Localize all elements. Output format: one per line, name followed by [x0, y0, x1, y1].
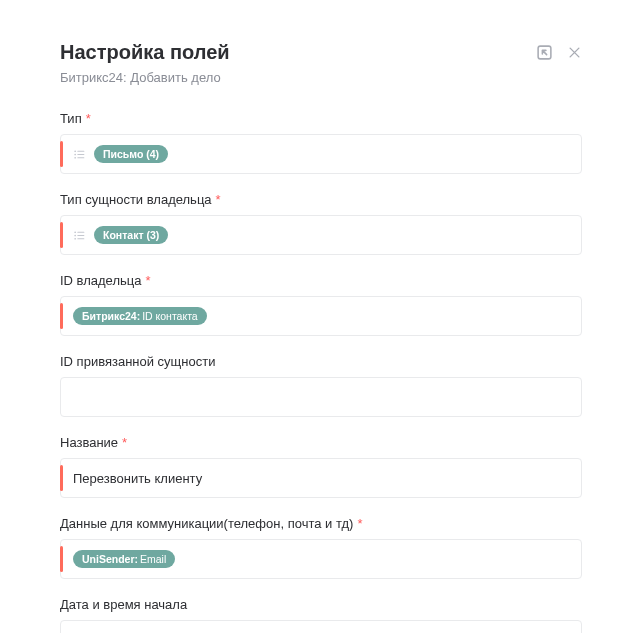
pill-value: Email: [140, 553, 166, 565]
name-input[interactable]: [60, 458, 582, 498]
svg-rect-2: [77, 150, 84, 151]
start-datetime-input[interactable]: [60, 620, 582, 633]
label-text: Данные для коммуникации(телефон, почта и…: [60, 516, 353, 531]
label-text: ID привязанной сущности: [60, 354, 215, 369]
page-subtitle: Битрикс24: Добавить дело: [60, 70, 582, 85]
type-pill[interactable]: Письмо (4): [94, 145, 168, 163]
pill-source: UniSender:: [82, 553, 138, 565]
svg-point-5: [74, 156, 76, 158]
label-text: ID владельца: [60, 273, 141, 288]
required-asterisk: *: [216, 192, 221, 207]
field-name: Название *: [60, 435, 582, 498]
label-text: Тип сущности владельца: [60, 192, 212, 207]
label-text: Тип: [60, 111, 82, 126]
list-icon: [73, 148, 86, 161]
bound-entity-id-text[interactable]: [71, 390, 571, 405]
field-label: Название *: [60, 435, 582, 450]
label-text: Дата и время начала: [60, 597, 187, 612]
type-input[interactable]: Письмо (4): [60, 134, 582, 174]
field-comm-data: Данные для коммуникации(телефон, почта и…: [60, 516, 582, 579]
field-label: ID владельца *: [60, 273, 582, 288]
expand-icon[interactable]: [536, 44, 553, 61]
pill-value: ID контакта: [142, 310, 198, 322]
close-icon[interactable]: [567, 45, 582, 60]
field-label: Данные для коммуникации(телефон, почта и…: [60, 516, 582, 531]
comm-data-input[interactable]: UniSender: Email: [60, 539, 582, 579]
svg-point-1: [74, 150, 76, 152]
field-owner-id: ID владельца * Битрикс24: ID контакта: [60, 273, 582, 336]
field-bound-entity-id: ID привязанной сущности: [60, 354, 582, 417]
comm-data-pill[interactable]: UniSender: Email: [73, 550, 175, 568]
bound-entity-id-input[interactable]: [60, 377, 582, 417]
svg-rect-4: [77, 153, 84, 154]
required-asterisk: *: [122, 435, 127, 450]
field-start-datetime: Дата и время начала: [60, 597, 582, 633]
field-owner-entity-type: Тип сущности владельца * Контакт (3): [60, 192, 582, 255]
field-label: Тип *: [60, 111, 582, 126]
required-asterisk: *: [357, 516, 362, 531]
header-actions: [536, 44, 582, 61]
svg-point-9: [74, 234, 76, 236]
field-label: ID привязанной сущности: [60, 354, 582, 369]
required-asterisk: *: [86, 111, 91, 126]
owner-entity-type-input[interactable]: Контакт (3): [60, 215, 582, 255]
pill-source: Битрикс24:: [82, 310, 140, 322]
field-type: Тип * Письмо (4): [60, 111, 582, 174]
field-label: Дата и время начала: [60, 597, 582, 612]
svg-point-11: [74, 237, 76, 239]
owner-id-input[interactable]: Битрикс24: ID контакта: [60, 296, 582, 336]
svg-rect-6: [77, 157, 84, 158]
required-asterisk: *: [145, 273, 150, 288]
svg-point-3: [74, 153, 76, 155]
label-text: Название: [60, 435, 118, 450]
list-icon: [73, 229, 86, 242]
page-title: Настройка полей: [60, 40, 230, 64]
owner-id-pill[interactable]: Битрикс24: ID контакта: [73, 307, 207, 325]
owner-entity-type-pill[interactable]: Контакт (3): [94, 226, 168, 244]
svg-rect-12: [77, 238, 84, 239]
field-label: Тип сущности владельца *: [60, 192, 582, 207]
name-text[interactable]: [73, 471, 571, 486]
svg-point-7: [74, 231, 76, 233]
svg-rect-10: [77, 234, 84, 235]
svg-rect-8: [77, 231, 84, 232]
